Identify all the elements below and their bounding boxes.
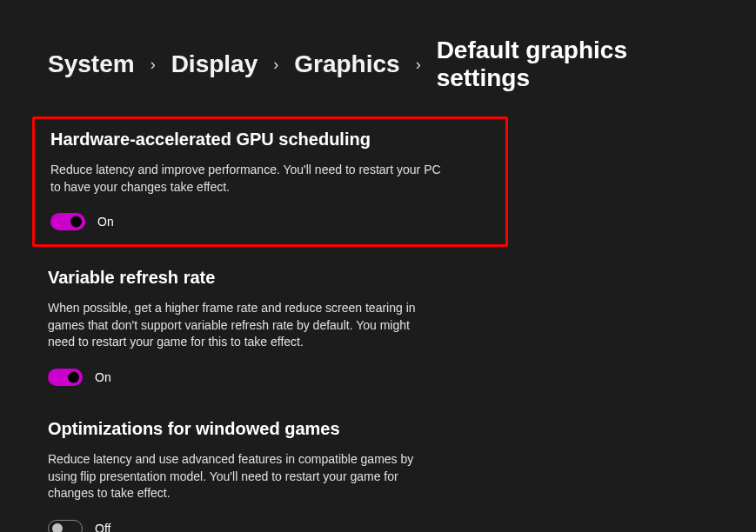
section-description: Reduce latency and use advanced features…	[48, 451, 439, 502]
breadcrumb-system[interactable]: System	[48, 50, 135, 78]
breadcrumb-display[interactable]: Display	[171, 50, 258, 78]
toggle-knob-icon	[70, 216, 82, 228]
vrr-toggle[interactable]	[48, 369, 83, 386]
section-variable-refresh-rate: Variable refresh rate When possible, get…	[48, 256, 708, 407]
breadcrumb-graphics[interactable]: Graphics	[294, 50, 399, 78]
breadcrumb: System › Display › Graphics › Default gr…	[48, 37, 708, 92]
section-title: Variable refresh rate	[48, 268, 708, 288]
settings-content: System › Display › Graphics › Default gr…	[0, 0, 756, 532]
section-title: Optimizations for windowed games	[48, 419, 708, 439]
gpu-scheduling-toggle[interactable]	[50, 213, 85, 230]
section-title: Hardware-accelerated GPU scheduling	[50, 130, 490, 150]
section-description: When possible, get a higher frame rate a…	[48, 300, 439, 351]
chevron-right-icon: ›	[151, 56, 156, 74]
toggle-state-label: Off	[95, 522, 110, 532]
toggle-knob-icon	[52, 523, 63, 532]
toggle-knob-icon	[68, 371, 79, 382]
toggle-state-label: On	[95, 370, 111, 384]
toggle-state-label: On	[97, 215, 114, 229]
section-gpu-scheduling: Hardware-accelerated GPU scheduling Redu…	[32, 116, 508, 247]
chevron-right-icon: ›	[416, 56, 421, 74]
section-windowed-optimizations: Optimizations for windowed games Reduce …	[48, 407, 708, 532]
toggle-row: Off	[48, 520, 708, 532]
windowed-optimizations-toggle[interactable]	[48, 520, 83, 532]
toggle-row: On	[50, 213, 490, 230]
breadcrumb-current: Default graphics settings	[437, 37, 708, 92]
toggle-row: On	[48, 369, 708, 386]
section-description: Reduce latency and improve performance. …	[50, 162, 442, 196]
chevron-right-icon: ›	[273, 56, 278, 74]
